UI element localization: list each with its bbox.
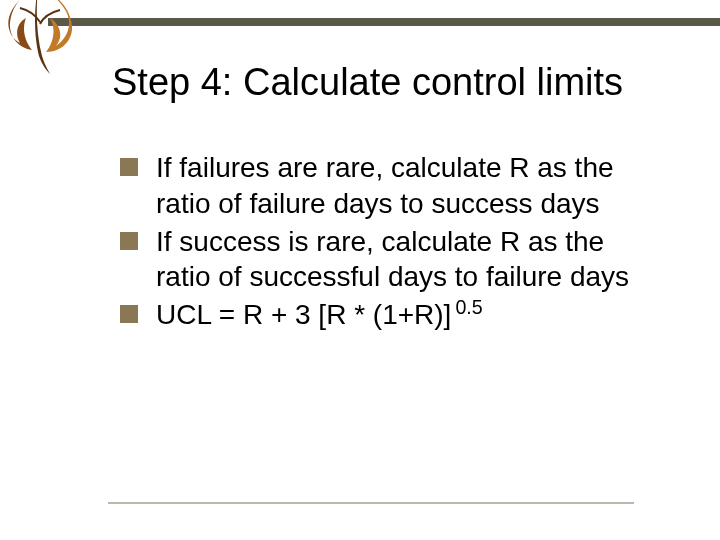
list-item: If success is rare, calculate R as the r… bbox=[120, 224, 660, 296]
list-item-text: If failures are rare, calculate R as the… bbox=[156, 150, 660, 222]
slide-body: If failures are rare, calculate R as the… bbox=[120, 150, 660, 335]
list-item-text: UCL = R + 3 [R * (1+R)]0.5 bbox=[156, 297, 483, 333]
leaf-icon bbox=[0, 0, 90, 78]
square-bullet-icon bbox=[120, 158, 138, 176]
square-bullet-icon bbox=[120, 305, 138, 323]
slide: Step 4: Calculate control limits If fail… bbox=[0, 0, 720, 540]
list-item: If failures are rare, calculate R as the… bbox=[120, 150, 660, 222]
slide-title: Step 4: Calculate control limits bbox=[112, 60, 690, 106]
formula-exponent: 0.5 bbox=[455, 296, 482, 318]
list-item: UCL = R + 3 [R * (1+R)]0.5 bbox=[120, 297, 660, 333]
top-rule bbox=[48, 18, 720, 26]
square-bullet-icon bbox=[120, 232, 138, 250]
formula-base: UCL = R + 3 [R * (1+R)] bbox=[156, 299, 451, 330]
bottom-rule bbox=[108, 502, 634, 504]
list-item-text: If success is rare, calculate R as the r… bbox=[156, 224, 660, 296]
